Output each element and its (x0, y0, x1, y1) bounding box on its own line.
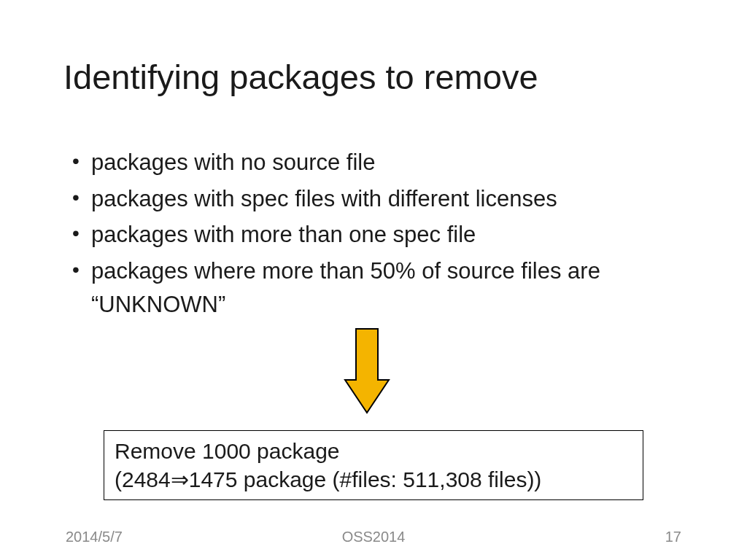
result-box: Remove 1000 package (2484⇒1475 package (… (104, 430, 643, 500)
bullet-item: packages with more than one spec file (63, 218, 696, 252)
slide-footer: 2014/5/7 OSS2014 17 (0, 529, 747, 545)
slide: Identifying packages to remove packages … (0, 0, 747, 560)
bullet-item: packages with spec files with different … (63, 182, 696, 217)
down-arrow-icon (341, 325, 392, 416)
footer-page-number: 17 (665, 529, 681, 545)
footer-date: 2014/5/7 (66, 529, 123, 545)
bullet-item: packages where more than 50% of source f… (63, 254, 696, 322)
result-line-1: Remove 1000 package (115, 437, 632, 465)
result-line-2: (2484⇒1475 package (#files: 511,308 file… (115, 465, 632, 494)
bullet-list: packages with no source file packages wi… (63, 146, 696, 324)
slide-title: Identifying packages to remove (63, 57, 538, 97)
footer-event: OSS2014 (342, 529, 406, 545)
bullet-item: packages with no source file (63, 146, 696, 180)
